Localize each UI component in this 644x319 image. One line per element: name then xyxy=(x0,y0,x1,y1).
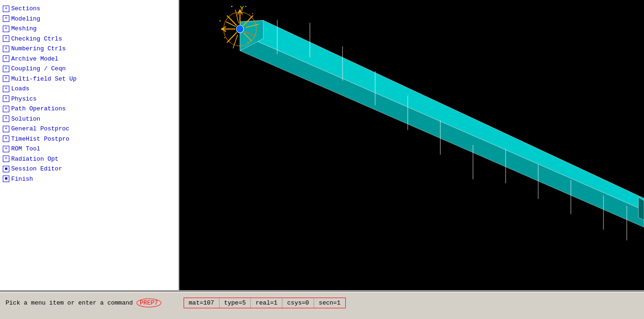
svg-text:✦: ✦ xyxy=(219,19,221,23)
sidebar-item-loads[interactable]: +Loads xyxy=(2,84,177,94)
sidebar-item-physics[interactable]: +Physics xyxy=(2,94,177,104)
sidebar: +Sections+Modeling+Meshing+Checking Ctrl… xyxy=(0,0,179,290)
svg-text:✦: ✦ xyxy=(224,36,226,40)
sidebar-item-coupling-ceqn[interactable]: +Coupling / Ceqn xyxy=(2,64,177,74)
expand-icon-path-operations: + xyxy=(3,106,9,112)
sidebar-label-loads: Loads xyxy=(11,84,29,94)
sidebar-label-meshing: Meshing xyxy=(11,24,37,34)
sidebar-item-timehist-postpro[interactable]: +TimeHist Postpro xyxy=(2,134,177,144)
sidebar-label-radiation-opt: Radiation Opt xyxy=(11,155,58,164)
sidebar-item-general-postproc[interactable]: +General Postproc xyxy=(2,124,177,134)
expand-icon-checking-ctrls: + xyxy=(3,35,9,42)
expand-icon-meshing: + xyxy=(3,26,9,32)
expand-icon-modeling: + xyxy=(3,15,9,22)
sidebar-label-checking-ctrls: Checking Ctrls xyxy=(11,34,62,44)
expand-icon-sections: + xyxy=(3,6,9,12)
svg-text:✦: ✦ xyxy=(252,12,254,15)
sidebar-item-path-operations[interactable]: +Path Operations xyxy=(2,104,177,114)
svg-marker-52 xyxy=(638,197,644,220)
beam-visualization: Y xyxy=(179,0,644,290)
param-type: type=5 xyxy=(219,298,251,308)
sidebar-item-solution[interactable]: +Solution xyxy=(2,114,177,124)
expand-icon-loads: + xyxy=(3,86,9,92)
params-box: mat=107type=5real=1csys=0secn=1 xyxy=(184,298,346,308)
sidebar-label-rom-tool: ROM Tool xyxy=(11,144,40,154)
expand-icon-rom-tool: + xyxy=(3,146,9,152)
sidebar-label-solution: Solution xyxy=(11,115,40,124)
sidebar-label-numbering-ctrls: Numbering Ctrls xyxy=(11,44,66,54)
command-prompt: Pick a menu item or enter a command xyxy=(6,299,133,306)
leaf-icon-finish: ■ xyxy=(3,176,9,182)
svg-text:✦: ✦ xyxy=(245,4,247,8)
sidebar-item-finish[interactable]: ■Finish xyxy=(2,174,177,184)
sidebar-label-sections: Sections xyxy=(11,4,40,14)
sidebar-item-modeling[interactable]: +Modeling xyxy=(2,14,177,24)
sidebar-item-archive-model[interactable]: +Archive Model xyxy=(2,54,177,64)
expand-icon-timehist-postpro: + xyxy=(3,136,9,142)
command-row: Pick a menu item or enter a command PREP… xyxy=(0,292,644,313)
sidebar-label-coupling-ceqn: Coupling / Ceqn xyxy=(11,64,66,74)
leaf-icon-session-editor: ■ xyxy=(3,166,9,172)
sidebar-label-archive-model: Archive Model xyxy=(11,54,58,64)
sidebar-item-radiation-opt[interactable]: +Radiation Opt xyxy=(2,154,177,164)
sidebar-item-sections[interactable]: +Sections xyxy=(2,4,177,14)
sidebar-label-session-editor: Session Editor xyxy=(11,164,62,174)
sidebar-item-meshing[interactable]: +Meshing xyxy=(2,24,177,34)
sidebar-item-session-editor[interactable]: ■Session Editor xyxy=(2,164,177,174)
sidebar-item-numbering-ctrls[interactable]: +Numbering Ctrls xyxy=(2,44,177,54)
sidebar-label-physics: Physics xyxy=(11,95,37,104)
sidebar-label-multi-field-setup: Multi-field Set Up xyxy=(11,75,76,84)
sidebar-label-finish: Finish xyxy=(11,175,33,184)
bottom-bar: Pick a menu item or enter a command PREP… xyxy=(0,290,644,319)
sidebar-label-general-postproc: General Postproc xyxy=(11,124,69,134)
expand-icon-numbering-ctrls: + xyxy=(3,46,9,52)
param-real: real=1 xyxy=(251,298,282,308)
sidebar-item-checking-ctrls[interactable]: +Checking Ctrls xyxy=(2,34,177,44)
sidebar-label-path-operations: Path Operations xyxy=(11,104,66,114)
viewport: Y Y xyxy=(179,0,644,290)
sidebar-item-multi-field-setup[interactable]: +Multi-field Set Up xyxy=(2,74,177,84)
sidebar-item-rom-tool[interactable]: +ROM Tool xyxy=(2,144,177,154)
expand-icon-coupling-ceqn: + xyxy=(3,66,9,72)
param-secn: secn=1 xyxy=(314,298,345,308)
expand-icon-physics: + xyxy=(3,95,9,102)
svg-point-39 xyxy=(236,25,244,33)
expand-icon-radiation-opt: + xyxy=(3,156,9,162)
expand-icon-general-postproc: + xyxy=(3,126,9,132)
expand-icon-multi-field-setup: + xyxy=(3,75,9,82)
sidebar-label-modeling: Modeling xyxy=(11,14,40,24)
svg-text:✦: ✦ xyxy=(247,41,249,44)
param-mat: mat=107 xyxy=(184,298,219,308)
main-area: +Sections+Modeling+Meshing+Checking Ctrl… xyxy=(0,0,644,290)
expand-icon-archive-model: + xyxy=(3,55,9,62)
sidebar-label-timehist-postpro: TimeHist Postpro xyxy=(11,135,69,144)
param-csys: csys=0 xyxy=(282,298,314,308)
expand-icon-solution: + xyxy=(3,115,9,122)
svg-text:✦: ✦ xyxy=(231,4,233,8)
mode-badge: PREP7 xyxy=(137,299,161,307)
